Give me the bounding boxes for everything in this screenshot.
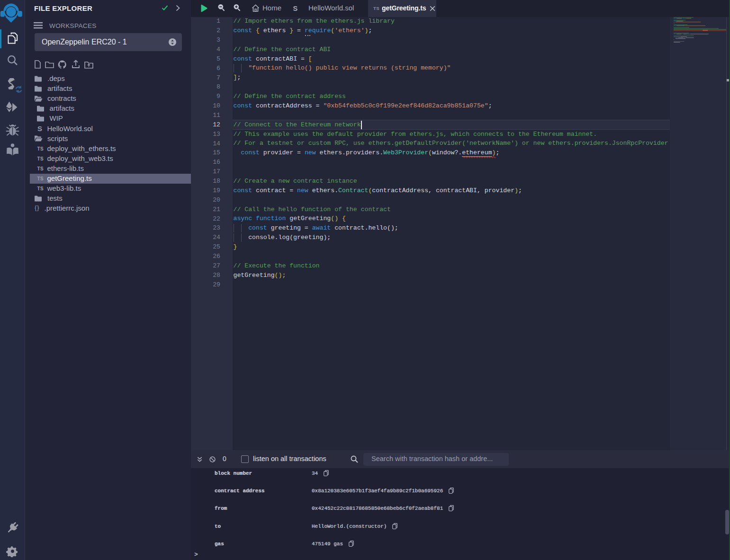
svg-text:S: S (37, 125, 42, 133)
svg-text:S: S (293, 5, 298, 12)
